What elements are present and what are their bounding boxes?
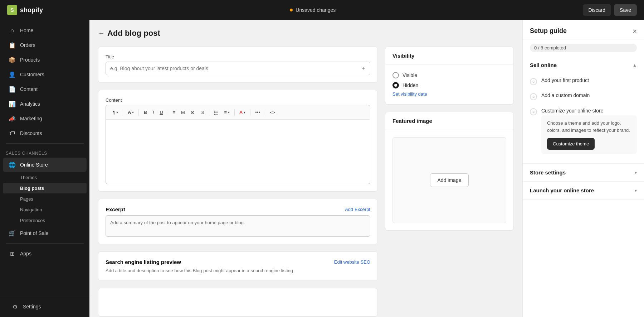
customize-expanded: Choose a theme and add your logo, colors… <box>541 115 637 154</box>
progress-badge: 0 / 8 completed <box>530 44 637 52</box>
sales-channels-label: Sales channels <box>0 147 89 157</box>
toolbar-sep-7 <box>265 109 265 116</box>
add-excerpt-link[interactable]: Add Excerpt <box>345 207 370 212</box>
toolbar-italic-btn[interactable]: I <box>150 109 157 116</box>
radio-hidden-circle <box>392 82 399 88</box>
store-settings-title: Store settings <box>530 169 566 176</box>
launch-store-header[interactable]: Launch your online store ▾ <box>523 182 644 199</box>
setup-item-first-product[interactable]: ○ Add your first product <box>530 74 637 89</box>
customize-theme-button[interactable]: Customize theme <box>547 138 595 150</box>
toolbar-paragraph-btn[interactable]: ¶ ▾ <box>110 108 121 116</box>
sidebar-label-discounts: Discounts <box>20 130 42 136</box>
sidebar-item-settings[interactable]: ⚙ Settings <box>6 299 84 314</box>
sidebar-sub-navigation[interactable]: Navigation <box>3 205 87 215</box>
sell-online-title: Sell online <box>530 62 557 68</box>
unsaved-dot <box>290 9 293 11</box>
logo-icon: S <box>7 5 17 15</box>
launch-store-chevron: ▾ <box>635 188 637 193</box>
toolbar-align-btn[interactable]: ≡ ▾ <box>221 108 232 116</box>
sidebar-item-point-of-sale[interactable]: 🛒 Point of Sale <box>3 226 87 240</box>
sidebar-label-marketing: Marketing <box>20 116 42 121</box>
ai-icon[interactable]: ✦ <box>357 66 370 71</box>
toolbar-align-left-btn[interactable]: ⬱ <box>211 109 221 116</box>
left-column: Title ✦ Content ¶ ▾ <box>98 47 378 317</box>
seo-card-body: Search engine listing preview Edit websi… <box>98 252 377 280</box>
featured-image-header: Featured image <box>385 112 513 130</box>
setup-item-customize[interactable]: ○ Customize your online store Choose a t… <box>530 104 637 158</box>
setup-items: ○ Add your first product ○ Add a custom … <box>523 74 644 163</box>
visibility-card: Visibility Visible Hidden <box>385 47 514 105</box>
sidebar-item-marketing[interactable]: 📣 Marketing <box>3 111 87 126</box>
save-button[interactable]: Save <box>614 4 637 16</box>
featured-image-box: Add image <box>392 137 506 223</box>
content-icon: 📄 <box>9 86 16 93</box>
color-icon: A <box>239 110 243 115</box>
excerpt-title: Excerpt <box>106 206 125 212</box>
sidebar-item-discounts[interactable]: 🏷 Discounts <box>3 126 87 140</box>
sidebar-label-orders: Orders <box>20 42 35 48</box>
radio-visible-circle <box>392 72 399 78</box>
title-input[interactable] <box>106 62 357 75</box>
pos-icon: 🛒 <box>9 230 16 237</box>
toolbar-outdent-btn[interactable]: ⊡ <box>198 109 207 116</box>
title-card-body: Title ✦ <box>98 47 377 82</box>
content-card-body: Content ¶ ▾ A ▾ B <box>98 90 377 191</box>
sidebar: ⌂ Home 📋 Orders 📦 Products 👤 Customers 📄… <box>0 20 89 317</box>
close-panel-button[interactable]: × <box>633 28 637 35</box>
home-icon: ⌂ <box>9 27 16 34</box>
radio-visible[interactable]: Visible <box>392 72 506 78</box>
form-layout: Title ✦ Content ¶ ▾ <box>98 47 514 317</box>
back-button[interactable]: ← <box>98 30 104 37</box>
sidebar-label-online-store: Online Store <box>20 162 48 168</box>
sidebar-item-online-store[interactable]: 🌐 Online Store <box>3 158 87 172</box>
seo-description: Add a title and description to see how t… <box>106 268 370 273</box>
toolbar-indent-btn[interactable]: ⊠ <box>188 109 197 116</box>
sell-online-header[interactable]: Sell online ▲ <box>523 56 644 74</box>
toolbar-bullet-btn[interactable]: ≡ <box>170 109 178 116</box>
sidebar-sub-blog-posts[interactable]: Blog posts <box>3 183 87 193</box>
page-title: Add blog post <box>107 29 160 38</box>
store-settings-header[interactable]: Store settings ▾ <box>523 164 644 181</box>
check-first-product: ○ <box>530 78 537 85</box>
paragraph-icon: ¶ <box>113 110 115 115</box>
online-store-icon: 🌐 <box>9 161 16 168</box>
toolbar-underline-btn[interactable]: U <box>157 109 165 116</box>
color-chevron: ▾ <box>244 110 245 114</box>
sidebar-sub-preferences[interactable]: Preferences <box>3 215 87 226</box>
toolbar-sep-4 <box>209 109 209 116</box>
sidebar-sub-themes[interactable]: Themes <box>3 172 87 183</box>
customize-content: Customize your online store Choose a the… <box>541 107 637 154</box>
toolbar-code-btn[interactable]: <> <box>267 109 278 116</box>
sidebar-item-home[interactable]: ⌂ Home <box>3 23 87 38</box>
sidebar-item-customers[interactable]: 👤 Customers <box>3 67 87 82</box>
seo-title: Search engine listing preview <box>106 259 181 265</box>
sidebar-item-analytics[interactable]: 📊 Analytics <box>3 97 87 111</box>
excerpt-header: Excerpt Add Excerpt <box>106 206 370 212</box>
customize-store-label: Customize your online store <box>541 108 604 114</box>
editor-body[interactable] <box>106 120 370 184</box>
toolbar-more-btn[interactable]: ••• <box>253 109 263 116</box>
discard-button[interactable]: Discard <box>583 4 611 16</box>
toolbar-font-btn[interactable]: A ▾ <box>125 108 136 116</box>
toolbar-color-btn[interactable]: A ▾ <box>237 108 248 116</box>
sidebar-item-apps[interactable]: ⊞ Apps <box>3 246 87 261</box>
sidebar-item-content[interactable]: 📄 Content <box>3 82 87 96</box>
sidebar-label-pos: Point of Sale <box>20 230 48 236</box>
right-column: Visibility Visible Hidden <box>385 47 514 317</box>
seo-card: Search engine listing preview Edit websi… <box>98 251 378 281</box>
setup-item-custom-domain[interactable]: ○ Add a custom domain <box>530 89 637 104</box>
add-image-button[interactable]: Add image <box>430 173 469 187</box>
sell-online-chevron: ▲ <box>633 63 637 68</box>
products-icon: 📦 <box>9 56 16 63</box>
paragraph-chevron: ▾ <box>116 110 118 114</box>
edit-seo-link[interactable]: Edit website SEO <box>334 259 370 265</box>
sidebar-label-analytics: Analytics <box>20 101 40 107</box>
sidebar-item-products[interactable]: 📦 Products <box>3 53 87 67</box>
sidebar-item-orders[interactable]: 📋 Orders <box>3 38 87 52</box>
toolbar-bold-btn[interactable]: B <box>141 109 149 116</box>
toolbar-numbered-btn[interactable]: ⊟ <box>179 109 187 116</box>
sidebar-sub-pages[interactable]: Pages <box>3 194 87 204</box>
sidebar-divider-1 <box>6 143 84 144</box>
radio-hidden[interactable]: Hidden <box>392 82 506 88</box>
set-date-link[interactable]: Set visibility date <box>392 91 427 97</box>
